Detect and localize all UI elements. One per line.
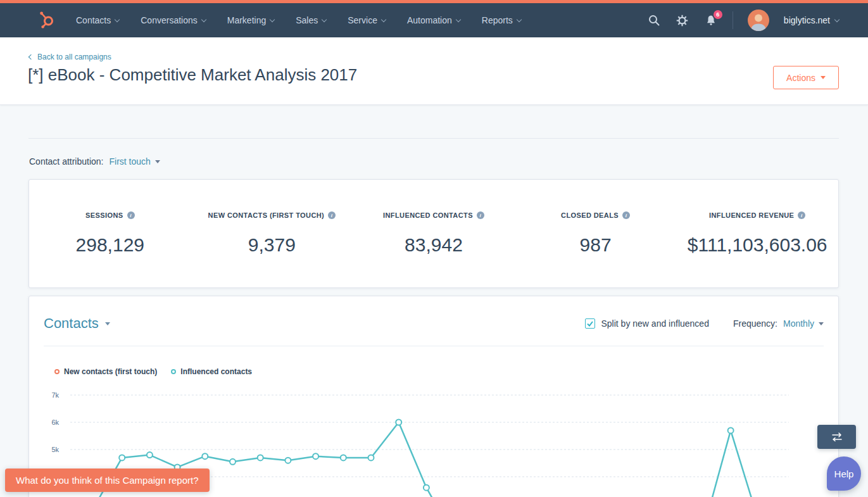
attribution-dropdown[interactable]: First touch — [110, 156, 160, 167]
chart-legend: New contacts (first touch) Influenced co… — [54, 367, 252, 376]
info-icon[interactable]: i — [622, 211, 630, 219]
info-icon[interactable]: i — [127, 211, 135, 219]
contact-attribution-label: Contact attribution: — [29, 156, 104, 167]
info-icon[interactable]: i — [328, 211, 336, 219]
frequency-label: Frequency: — [733, 318, 777, 329]
actions-button[interactable]: Actions — [773, 66, 839, 89]
stat-closed-deals: CLOSED DEALSi 987 — [515, 180, 677, 287]
nav-item-conversations[interactable]: Conversations — [141, 15, 206, 25]
nav-menu: Contacts Conversations Marketing Sales S… — [76, 15, 521, 25]
chevron-down-icon — [322, 16, 327, 22]
hubspot-logo-icon[interactable] — [37, 9, 57, 32]
stat-influenced-revenue: INFLUENCED REVENUEi $111,103,603.06 — [676, 180, 838, 287]
nav-utilities: 6 biglytics.net — [647, 3, 839, 37]
notification-badge: 6 — [712, 9, 724, 20]
settings-gear-icon[interactable] — [676, 13, 689, 27]
card-divider — [44, 346, 824, 346]
chevron-down-icon — [270, 16, 275, 22]
frequency-dropdown[interactable]: Monthly — [783, 318, 824, 329]
orange-series-marker-icon — [54, 369, 60, 374]
stat-sessions: SESSIONSi 298,129 — [29, 180, 191, 287]
stat-value: $111,103,603.06 — [676, 234, 838, 256]
back-link[interactable]: Back to all campaigns — [29, 53, 111, 61]
svg-text:5k: 5k — [51, 446, 59, 453]
account-menu[interactable]: biglytics.net — [784, 15, 839, 25]
page-header: Back to all campaigns [*] eBook - Compet… — [0, 37, 868, 105]
stat-value: 298,129 — [29, 234, 191, 256]
nav-item-sales[interactable]: Sales — [296, 15, 326, 25]
svg-text:7k: 7k — [51, 391, 59, 399]
swap-arrows-icon — [830, 432, 844, 442]
caret-down-icon — [155, 160, 160, 163]
nav-item-service[interactable]: Service — [348, 15, 386, 25]
legend-item-influenced-contacts[interactable]: Influenced contacts — [171, 367, 252, 376]
chevron-down-icon — [517, 16, 522, 22]
chevron-down-icon — [115, 16, 120, 22]
info-icon[interactable]: i — [477, 211, 484, 219]
nav-item-reports[interactable]: Reports — [482, 15, 521, 25]
nav-divider — [733, 11, 733, 29]
chevron-down-icon — [834, 16, 840, 22]
stats-card: SESSIONSi 298,129 NEW CONTACTS (FIRST TO… — [28, 179, 839, 288]
contacts-chart-card: Contacts Split by new and influenced Fre… — [28, 296, 839, 497]
stat-influenced-contacts: INFLUENCED CONTACTSi 83,942 — [353, 180, 515, 287]
contacts-metric-dropdown[interactable]: Contacts — [44, 315, 110, 332]
caret-down-icon — [821, 76, 826, 79]
nav-item-automation[interactable]: Automation — [407, 15, 460, 25]
help-button[interactable]: Help — [827, 456, 861, 491]
check-icon — [587, 321, 593, 327]
feedback-tooltip: What do you think of this Campaign repor… — [5, 469, 210, 492]
section-divider — [28, 138, 839, 139]
caret-down-icon — [105, 322, 110, 325]
legend-item-new-contacts[interactable]: New contacts (first touch) — [54, 367, 157, 376]
account-name: biglytics.net — [784, 15, 830, 25]
collapse-panel-button[interactable] — [817, 425, 856, 449]
svg-text:6k: 6k — [51, 418, 59, 426]
stat-new-contacts: NEW CONTACTS (FIRST TOUCH)i 9,379 — [191, 180, 353, 287]
nav-item-marketing[interactable]: Marketing — [227, 15, 274, 25]
main-nav: Contacts Conversations Marketing Sales S… — [0, 3, 868, 37]
chevron-down-icon — [381, 16, 386, 22]
attribution-row: Contact attribution: First touch — [29, 156, 160, 167]
caret-down-icon — [819, 322, 824, 325]
stat-value: 9,379 — [191, 234, 353, 256]
nav-item-contacts[interactable]: Contacts — [76, 15, 119, 25]
notifications-bell-icon[interactable]: 6 — [704, 13, 718, 27]
split-toggle[interactable]: Split by new and influenced — [585, 318, 708, 329]
avatar[interactable] — [748, 9, 769, 31]
page-title: [*] eBook - Competitive Market Analysis … — [28, 65, 357, 85]
chevron-down-icon — [456, 16, 461, 22]
split-checkbox[interactable] — [585, 318, 595, 329]
chevron-down-icon — [201, 16, 206, 22]
chevron-left-icon — [28, 54, 34, 60]
teal-series-marker-icon — [171, 369, 176, 374]
stat-value: 987 — [515, 234, 677, 256]
info-icon[interactable]: i — [798, 211, 805, 219]
search-icon[interactable] — [647, 13, 661, 27]
stat-value: 83,942 — [353, 234, 515, 256]
